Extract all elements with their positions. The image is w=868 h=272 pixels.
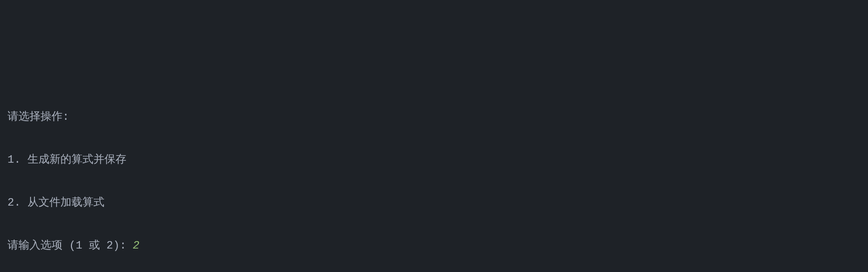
menu-option-1: 1. 生成新的算式并保存 (7, 150, 861, 171)
prompt-text-1: 请输入选项 (1 或 2): (7, 240, 133, 252)
menu-header: 请选择操作: (7, 107, 861, 128)
user-input-1[interactable]: 2 (133, 240, 139, 252)
menu-option-2: 2. 从文件加载算式 (7, 193, 861, 214)
terminal-output: 请选择操作: 1. 生成新的算式并保存 2. 从文件加载算式 请输入选项 (1 … (7, 86, 861, 272)
input-prompt-line-1: 请输入选项 (1 或 2): 2 (7, 236, 861, 257)
